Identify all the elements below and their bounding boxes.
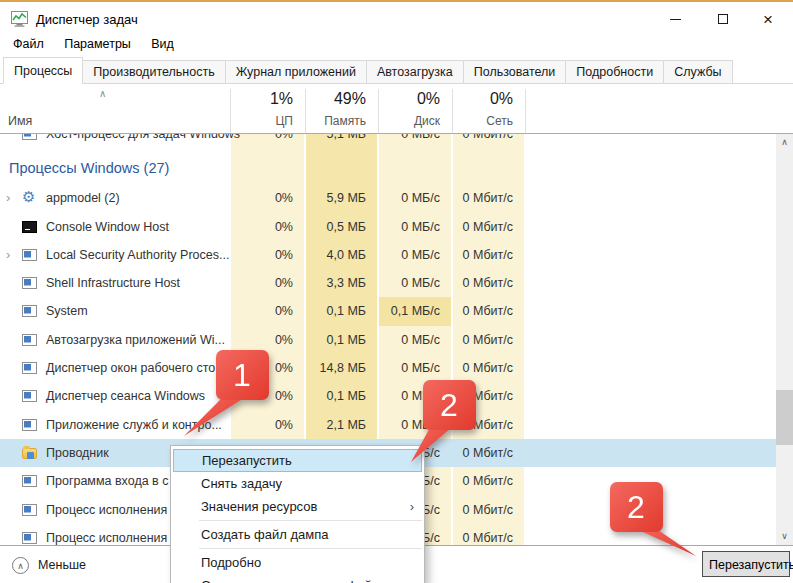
tab-label: Производительность [93, 65, 214, 79]
context-menu-item[interactable]: Создать файл дампа › [171, 523, 424, 546]
process-name: Процесс исполнения [46, 524, 167, 545]
restart-button[interactable]: Перезапустить [702, 551, 790, 577]
tab-label: Автозагрузка [377, 65, 453, 79]
tab[interactable]: Службы [663, 60, 732, 84]
process-icon [22, 277, 37, 289]
fewer-details-label: Меньше [38, 558, 86, 572]
process-icon [22, 419, 37, 431]
close-icon: × [763, 12, 773, 27]
context-menu-item[interactable]: Перезапустить › [173, 449, 422, 472]
context-menu-item[interactable]: Подробно › [171, 551, 424, 574]
menu-options[interactable]: Параметры [56, 34, 139, 54]
table-row[interactable]: › Shell Infrastructure Host 0% 3,3 МБ 0 … [0, 269, 776, 297]
tab[interactable]: Процессы [3, 57, 83, 84]
menu-item-label: Перезапустить [202, 453, 292, 468]
maximize-button[interactable] [699, 4, 746, 34]
scrollbar-thumb[interactable] [776, 390, 793, 445]
process-icon [22, 305, 37, 317]
cpu-cell: 0% [231, 134, 293, 148]
tab-label: Журнал приложений [236, 65, 356, 79]
network-cell: 0 Мбит/с [441, 241, 513, 269]
column-header-cpu[interactable]: 1% ЦП [231, 84, 293, 134]
process-icon [22, 504, 37, 516]
context-menu-item[interactable]: Снять задачу › [171, 472, 424, 495]
window-title: Диспетчер задач [36, 12, 138, 27]
tab[interactable]: Журнал приложений [225, 60, 367, 84]
column-header-name[interactable]: Имя [8, 114, 32, 128]
process-icon [22, 475, 37, 487]
network-cell: 0 Мбит/с [441, 524, 513, 545]
disk-cell: 0 МБ/с [368, 134, 440, 148]
header-divider [305, 89, 306, 133]
svg-text:2: 2 [627, 489, 645, 525]
menu-view[interactable]: Вид [143, 34, 182, 54]
close-button[interactable]: × [746, 4, 793, 34]
context-menu-item[interactable]: Открыть расположение файла › [171, 574, 424, 583]
process-group-header[interactable]: Процессы Windows (27) [0, 148, 776, 184]
cpu-cell: 0% [231, 241, 293, 269]
memory-cell: 0,1 МБ [296, 297, 366, 325]
network-cell: 0 Мбит/с [441, 467, 513, 495]
table-row[interactable]: › Диспетчер окон рабочего сто... 0% 14,8… [0, 354, 776, 382]
menu-item-label: Создать файл дампа [201, 527, 328, 542]
table-row[interactable]: › Local Security Authority Proces... 0% … [0, 241, 776, 269]
tab[interactable]: Производительность [82, 60, 225, 84]
header-divider [230, 89, 231, 133]
table-row[interactable]: › System 0% 0,1 МБ 0,1 МБ/с 0 Мбит/с [0, 297, 776, 325]
table-row[interactable]: › Console Window Host 0% 0,5 МБ 0 МБ/с 0… [0, 213, 776, 241]
process-icon [22, 249, 37, 261]
memory-cell: 3,3 МБ [296, 269, 366, 297]
header-bottom-border [0, 133, 793, 134]
minimize-button[interactable] [652, 4, 699, 34]
process-icon [22, 189, 37, 201]
tab-label: Процессы [14, 64, 72, 78]
svg-text:2: 2 [440, 387, 458, 423]
process-icon [22, 390, 37, 402]
process-icon [22, 334, 37, 346]
scrollbar-down-icon[interactable]: ∨ [776, 528, 793, 545]
tab[interactable]: Автозагрузка [366, 60, 464, 84]
disk-cell: 0 МБ/с [368, 269, 440, 297]
fewer-details-button[interactable]: ∧ Меньше [12, 554, 86, 576]
table-row[interactable]: › Приложение служб и контро... 0% 2,1 МБ… [0, 411, 776, 439]
process-name: System [46, 297, 88, 325]
table-row[interactable]: › Диспетчер сеанса Windows 0% 0,1 МБ 0 М… [0, 382, 776, 410]
annotation-callout-1: 1 [176, 346, 276, 441]
header-divider [378, 89, 379, 133]
list-header: ∧ Имя 1% ЦП 49% Память 0% Диск 0% Сеть [0, 84, 793, 134]
context-menu: Перезапустить › Снять задачу › Значения … [170, 445, 425, 583]
network-cell: 0 Мбит/с [441, 134, 513, 148]
process-icon [22, 532, 37, 544]
process-icon [22, 134, 37, 140]
network-cell: 0 Мбит/с [441, 213, 513, 241]
annotation-callout-2-button: 2 [604, 480, 704, 560]
column-header-memory[interactable]: 49% Память [296, 84, 366, 134]
menubar: Файл Параметры Вид [0, 34, 182, 56]
table-row[interactable]: › Хост-процесс для задач Windows 0% 5,1 … [0, 134, 776, 148]
annotation-callout-2-menu: 2 [403, 374, 488, 469]
table-row[interactable]: › appmodel (2) 0% 5,9 МБ 0 МБ/с 0 Мбит/с [0, 184, 776, 212]
chevron-right-icon[interactable]: › [6, 184, 10, 212]
network-cell: 0 Мбит/с [441, 297, 513, 325]
memory-cell: 0,5 МБ [296, 213, 366, 241]
scrollbar-up-icon[interactable]: ∧ [776, 134, 793, 151]
process-name: Local Security Authority Proces... [46, 241, 229, 269]
menu-file[interactable]: Файл [5, 34, 52, 54]
vertical-scrollbar[interactable]: ∧ ∨ [776, 134, 793, 545]
process-icon [22, 362, 37, 374]
chevron-right-icon[interactable]: › [6, 241, 10, 269]
tab[interactable]: Пользователи [463, 60, 567, 84]
menu-item-label: Открыть расположение файла [201, 578, 387, 583]
minimize-icon [670, 19, 681, 20]
context-menu-item[interactable]: Значения ресурсов › [171, 495, 424, 518]
network-cell: 0 Мбит/с [441, 184, 513, 212]
menu-item-label: Снять задачу [201, 476, 282, 491]
window-controls: × [652, 4, 793, 34]
network-cell: 0 Мбит/с [441, 269, 513, 297]
process-name: Хост-процесс для задач Windows [46, 134, 240, 148]
process-name: appmodel (2) [46, 184, 120, 212]
disk-cell: 0 МБ/с [368, 213, 440, 241]
network-cell: 0 Мбит/с [441, 326, 513, 354]
table-row[interactable]: › Автозагрузка приложений Wi... 0% 0,1 М… [0, 326, 776, 354]
tab[interactable]: Подробности [565, 60, 664, 84]
